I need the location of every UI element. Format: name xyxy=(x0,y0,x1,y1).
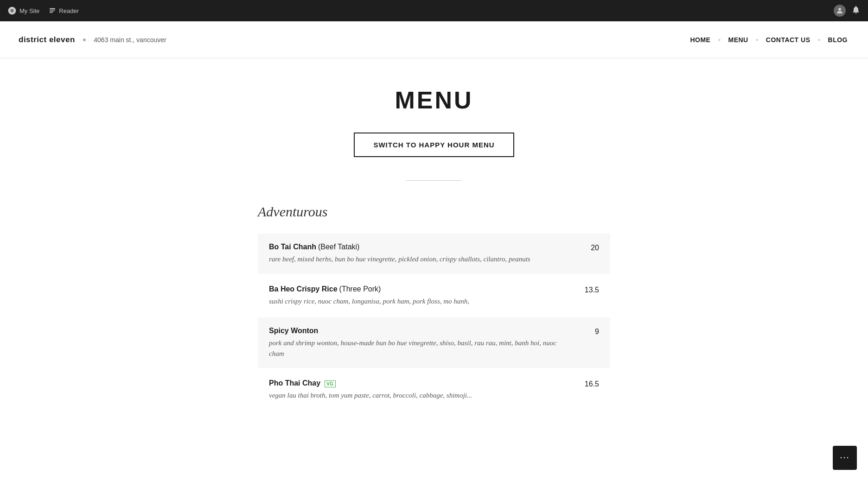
menu-items-container: Bo Tai Chanh (Beef Tataki) rare beef, mi… xyxy=(258,234,610,412)
menu-item-description: vegan lau thai broth, tom yum paste, car… xyxy=(269,390,567,401)
menu-item-subtitle: (Three Pork) xyxy=(339,285,381,293)
svg-rect-2 xyxy=(50,11,54,12)
section-divider xyxy=(406,180,462,181)
vg-badge: VG xyxy=(325,380,335,387)
notifications-bell[interactable] xyxy=(851,5,861,17)
svg-rect-1 xyxy=(50,10,55,10)
menu-item: Bo Tai Chanh (Beef Tataki) rare beef, mi… xyxy=(258,234,610,274)
menu-item-description: sushi crispy rice, nuoc cham, longanisa,… xyxy=(269,296,567,307)
svg-rect-3 xyxy=(50,12,53,13)
my-site-link[interactable]: My Site xyxy=(7,6,39,15)
main-content: MENU Switch to HAPPY HOUR MENU Adventuro… xyxy=(249,58,619,449)
menu-item-info: Ba Heo Crispy Rice (Three Pork) sushi cr… xyxy=(269,285,581,307)
nav-sep-3: ● xyxy=(818,37,821,42)
user-avatar[interactable] xyxy=(834,5,846,17)
menu-item: Spicy Wonton pork and shrimp wonton, hou… xyxy=(258,317,610,368)
svg-rect-0 xyxy=(50,8,55,9)
chat-dots-icon: ··· xyxy=(840,453,850,463)
branding-separator: ● xyxy=(83,36,86,44)
site-header: district eleven ● 4063 main st., vancouv… xyxy=(0,21,868,58)
menu-item-name: Spicy Wonton xyxy=(269,327,318,335)
nav-blog[interactable]: BLOG xyxy=(826,32,849,47)
menu-item-price: 13.5 xyxy=(581,285,599,294)
menu-section-title: Adventurous xyxy=(258,204,610,220)
site-tagline: 4063 main st., vancouver xyxy=(94,36,166,44)
site-name[interactable]: district eleven xyxy=(19,35,75,44)
menu-item-price: 9 xyxy=(581,327,599,336)
nav-menu[interactable]: MENU xyxy=(726,32,750,47)
menu-item-info: Bo Tai Chanh (Beef Tataki) rare beef, mi… xyxy=(269,243,581,265)
menu-item-price: 16.5 xyxy=(581,379,599,388)
menu-item: Ba Heo Crispy Rice (Three Pork) sushi cr… xyxy=(258,276,610,316)
nav-sep-2: ● xyxy=(756,37,759,42)
menu-item-name: Pho Thai Chay xyxy=(269,379,320,387)
page-title: MENU xyxy=(258,86,610,114)
nav-sep-1: ● xyxy=(718,37,721,42)
menu-item-info: Spicy Wonton pork and shrimp wonton, hou… xyxy=(269,327,581,359)
site-nav: HOME ● MENU ● CONTACT US ● BLOG xyxy=(688,32,849,47)
wp-admin-bar-left: My Site Reader xyxy=(7,6,79,15)
menu-item-name: Ba Heo Crispy Rice xyxy=(269,285,338,293)
svg-point-4 xyxy=(838,8,841,11)
menu-item: Pho Thai Chay VG vegan lau thai broth, t… xyxy=(258,370,610,410)
nav-contact[interactable]: CONTACT US xyxy=(764,32,812,47)
nav-home[interactable]: HOME xyxy=(688,32,712,47)
menu-item-subtitle: (Beef Tataki) xyxy=(318,243,360,251)
switch-button-wrapper: Switch to HAPPY HOUR MENU xyxy=(258,133,610,157)
site-branding: district eleven ● 4063 main st., vancouv… xyxy=(19,35,166,44)
wp-admin-bar: My Site Reader xyxy=(0,0,868,21)
menu-item-info: Pho Thai Chay VG vegan lau thai broth, t… xyxy=(269,379,581,401)
switch-to-happy-hour-button[interactable]: Switch to HAPPY HOUR MENU xyxy=(354,133,514,157)
menu-item-description: rare beef, mixed herbs, bun bo hue vineg… xyxy=(269,254,567,265)
chat-button[interactable]: ··· xyxy=(833,446,857,470)
menu-item-price: 20 xyxy=(581,243,599,252)
reader-link[interactable]: Reader xyxy=(49,7,79,14)
menu-item-name: Bo Tai Chanh xyxy=(269,243,316,251)
menu-item-description: pork and shrimp wonton, house-made bun b… xyxy=(269,338,567,359)
wp-admin-bar-right xyxy=(834,5,861,17)
